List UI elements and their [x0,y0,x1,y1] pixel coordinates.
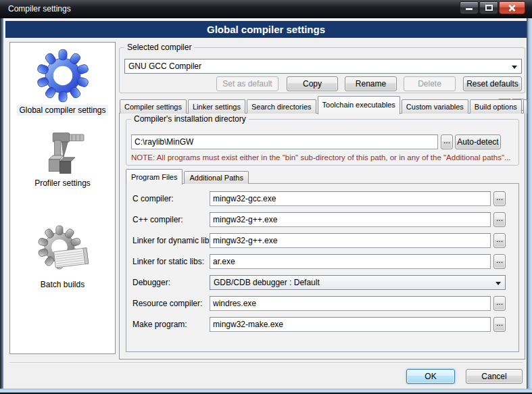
blue-gear-icon [34,47,92,105]
set-as-default-button: Set as default [216,76,279,91]
close-icon [508,4,516,11]
caliper-icon [38,129,88,178]
tab-search-directories[interactable]: Search directories [247,99,316,114]
tab-linker-settings[interactable]: Linker settings [188,99,245,114]
dynamic-linker-browse-button[interactable]: ... [493,233,506,248]
installation-directory-legend: Compiler's installation directory [131,114,249,124]
subtab-additional-paths[interactable]: Additional Paths [184,171,249,184]
c-compiler-browse-button[interactable]: ... [493,191,506,206]
debugger-select-value: GDB/CDB debugger : Default [214,278,320,287]
field-label: Make program: [132,320,187,329]
make-program-input[interactable] [210,317,491,332]
resource-compiler-input[interactable] [210,296,491,311]
static-linker-browse-button[interactable]: ... [493,254,506,269]
tab-toolchain-executables[interactable]: Toolchain executables [318,96,400,114]
sidebar-item-label: Profiler settings [32,178,93,189]
installation-directory-browse-button[interactable]: ... [441,134,453,149]
field-label: Resource compiler: [132,299,202,308]
static-linker-input[interactable] [210,254,491,269]
minimize-icon [466,8,473,10]
field-label: Linker for static libs: [132,257,204,266]
gray-gear-stack-icon [34,222,91,279]
program-files-tabstrip: Program Files Additional Paths [126,168,250,184]
footer-divider [9,362,523,363]
maximize-icon [485,5,493,11]
sidebar-item-batch-builds[interactable]: Batch builds [10,222,115,290]
copy-button[interactable]: Copy [287,76,338,91]
field-label: Debugger: [132,278,170,287]
settings-category-sidebar: Global compiler settings Profiler settin… [9,42,116,354]
window-frame-right [527,18,532,394]
cpp-compiler-input[interactable] [210,212,491,227]
maximize-button[interactable] [479,1,498,14]
settings-tabstrip: Compiler settings Linker settings Search… [120,95,529,114]
installation-directory-input[interactable] [131,134,438,149]
debugger-select[interactable]: GDB/CDB debugger : Default [210,275,506,290]
window-frame-bottom [0,389,532,394]
dropdown-arrow-icon [512,66,517,69]
ok-button[interactable]: OK [406,369,455,384]
reset-defaults-button[interactable]: Reset defaults [463,76,522,91]
tab-build-options[interactable]: Build options [470,99,522,114]
sidebar-item-label: Global compiler settings [17,105,107,116]
close-button[interactable] [499,1,525,14]
installation-note: NOTE: All programs must exist either in … [131,153,520,162]
dropdown-arrow-icon [495,282,501,285]
delete-button: Delete [404,76,456,91]
cancel-button[interactable]: Cancel [466,369,523,384]
titlebar[interactable]: Compiler settings [0,0,532,18]
compiler-select-value: GNU GCC Compiler [128,61,201,71]
tab-custom-variables[interactable]: Custom variables [402,99,468,114]
window-title: Compiler settings [8,0,71,18]
compiler-settings-window: Compiler settings Global compiler settin… [0,0,532,394]
rename-button[interactable]: Rename [345,76,397,91]
selected-compiler-legend: Selected compiler [124,43,194,52]
minimize-button[interactable] [460,1,479,14]
field-label: C++ compiler: [132,215,183,224]
auto-detect-button[interactable]: Auto-detect [455,134,501,149]
field-label: C compiler: [132,194,174,203]
resource-compiler-browse-button[interactable]: ... [493,296,506,311]
cpp-compiler-browse-button[interactable]: ... [493,212,506,227]
subtab-program-files[interactable]: Program Files [126,169,183,184]
c-compiler-input[interactable] [210,191,491,206]
make-program-browse-button[interactable]: ... [493,317,506,332]
sidebar-item-global-compiler-settings[interactable]: Global compiler settings [10,47,115,116]
sidebar-item-label: Batch builds [39,279,87,290]
window-frame-left [0,18,3,394]
page-title: Global compiler settings [5,21,527,38]
field-label: Linker for dynamic libs: [132,236,216,245]
tab-compiler-settings[interactable]: Compiler settings [120,99,187,114]
tab-partial[interactable] [523,99,527,114]
compiler-select[interactable]: GNU GCC Compiler [124,59,522,74]
sidebar-item-profiler-settings[interactable]: Profiler settings [10,129,115,189]
dynamic-linker-input[interactable] [210,233,491,248]
